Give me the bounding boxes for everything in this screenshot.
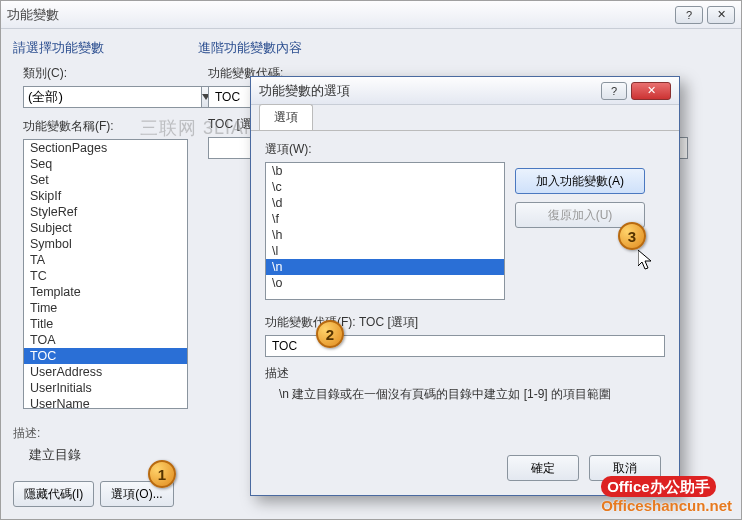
- restore-add-button[interactable]: 復原加入(U): [515, 202, 645, 228]
- dialog-title: 功能變數: [7, 6, 675, 24]
- list-item[interactable]: \o: [266, 275, 504, 291]
- list-item[interactable]: Template: [24, 284, 187, 300]
- list-item[interactable]: UserAddress: [24, 364, 187, 380]
- list-item[interactable]: \b: [266, 163, 504, 179]
- field-options-dialog: 功能變數的選項 ? ✕ 選項 選項(W): \b\c\d\f\h\l\n\o 加…: [250, 76, 680, 496]
- logo-orange: Officeshancun.net: [601, 497, 732, 514]
- list-item[interactable]: UserName: [24, 396, 187, 409]
- list-item[interactable]: Set: [24, 172, 187, 188]
- tab-options[interactable]: 選項: [259, 104, 313, 130]
- list-item[interactable]: TOC: [24, 348, 187, 364]
- list-item[interactable]: \n: [266, 259, 504, 275]
- list-item[interactable]: TA: [24, 252, 187, 268]
- options-label: 選項(W):: [265, 141, 665, 158]
- close-button[interactable]: ✕: [707, 6, 735, 24]
- category-dropdown[interactable]: [23, 86, 188, 108]
- select-field-header: 請選擇功能變數: [13, 39, 188, 57]
- tabstrip: 選項: [251, 105, 679, 131]
- inner-dialog-title: 功能變數的選項: [259, 82, 601, 100]
- list-item[interactable]: \d: [266, 195, 504, 211]
- field-code-input[interactable]: [208, 86, 254, 108]
- inner-close-button[interactable]: ✕: [631, 82, 671, 100]
- list-item[interactable]: SectionPages: [24, 140, 187, 156]
- list-item[interactable]: \f: [266, 211, 504, 227]
- list-item[interactable]: Title: [24, 316, 187, 332]
- list-item[interactable]: Seq: [24, 156, 187, 172]
- list-item[interactable]: TC: [24, 268, 187, 284]
- field-names-label: 功能變數名稱(F):: [23, 118, 188, 135]
- inner-titlebar: 功能變數的選項 ? ✕: [251, 77, 679, 105]
- field-names-listbox[interactable]: SectionPagesSeqSetSkipIfStyleRefSubjectS…: [23, 139, 188, 409]
- advanced-header: 進階功能變數內容: [198, 39, 729, 57]
- list-item[interactable]: Time: [24, 300, 187, 316]
- inner-help-button[interactable]: ?: [601, 82, 627, 100]
- list-item[interactable]: StyleRef: [24, 204, 187, 220]
- list-item[interactable]: Symbol: [24, 236, 187, 252]
- inner-desc-text: \n 建立目錄或在一個沒有頁碼的目錄中建立如 [1-9] 的項目範圍: [265, 382, 665, 403]
- category-input[interactable]: [23, 86, 201, 108]
- footer-logo: Office办公助手 Officeshancun.net: [601, 478, 732, 514]
- hide-code-button[interactable]: 隱藏代碼(I): [13, 481, 94, 507]
- add-field-button[interactable]: 加入功能變數(A): [515, 168, 645, 194]
- list-item[interactable]: SkipIf: [24, 188, 187, 204]
- inner-code-label: 功能變數代碼(F): TOC [選項]: [265, 314, 665, 331]
- category-label: 類別(C):: [23, 65, 188, 82]
- help-button[interactable]: ?: [675, 6, 703, 24]
- list-item[interactable]: \l: [266, 243, 504, 259]
- list-item[interactable]: Subject: [24, 220, 187, 236]
- list-item[interactable]: \c: [266, 179, 504, 195]
- dialog-titlebar: 功能變數 ? ✕: [1, 1, 741, 29]
- ok-button[interactable]: 確定: [507, 455, 579, 481]
- inner-desc-label: 描述: [265, 365, 665, 382]
- list-item[interactable]: UserInitials: [24, 380, 187, 396]
- list-item[interactable]: \h: [266, 227, 504, 243]
- inner-code-input[interactable]: [265, 335, 665, 357]
- logo-red: Office办公助手: [601, 476, 716, 497]
- list-item[interactable]: TOA: [24, 332, 187, 348]
- options-listbox[interactable]: \b\c\d\f\h\l\n\o: [265, 162, 505, 300]
- options-button[interactable]: 選項(O)...: [100, 481, 173, 507]
